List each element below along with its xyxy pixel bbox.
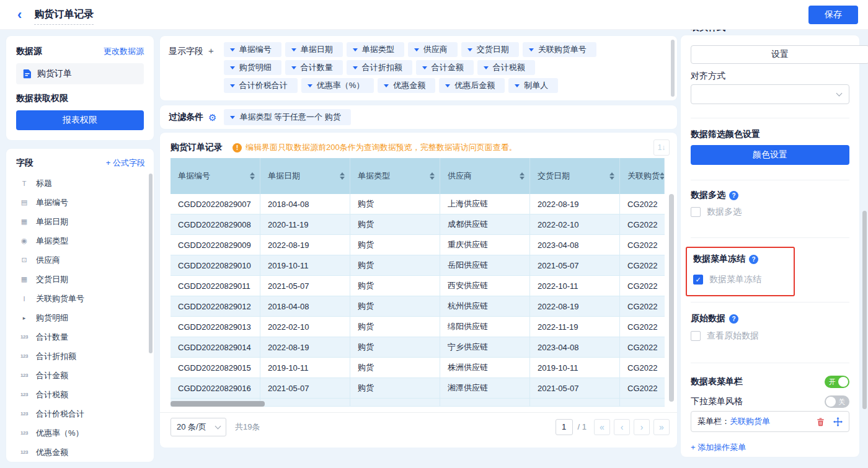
table-row[interactable]: CGDD20220829011 2021-05-07 购货 西安供应链 2022… — [170, 276, 665, 296]
page-number-input[interactable]: 1 — [556, 419, 573, 435]
display-field-tag[interactable]: 优惠金额 — [378, 78, 435, 93]
column-header[interactable]: 单据类型 — [350, 158, 440, 194]
color-settings-button[interactable]: 颜色设置 — [691, 145, 849, 165]
menu-bar-item[interactable]: 菜单栏： 关联购货单 — [691, 411, 849, 432]
display-field-tag[interactable]: 关联购货单号 — [523, 42, 596, 57]
table-row[interactable]: CGDD20220829015 2019-10-11 购货 株洲供应链 2019… — [170, 358, 665, 378]
field-list-item[interactable]: T 标题 — [16, 174, 145, 193]
save-button[interactable]: 保存 — [808, 6, 858, 24]
pagination-nav-button[interactable]: « — [594, 419, 610, 435]
column-sort-icon[interactable] — [430, 172, 435, 180]
caret-down-icon — [291, 66, 296, 69]
column-header[interactable]: 关联购货 — [620, 158, 665, 194]
display-field-tag[interactable]: 合计价税合计 — [224, 78, 298, 93]
multi-select-checkbox[interactable] — [691, 207, 701, 217]
column-sort-icon[interactable] — [520, 172, 525, 180]
page-size-select[interactable]: 20 条/页 — [170, 418, 226, 436]
move-icon[interactable] — [833, 417, 843, 426]
column-header[interactable]: 单据日期 — [260, 158, 350, 194]
help-icon[interactable]: ? — [729, 191, 738, 200]
column-sort-icon[interactable] — [609, 172, 614, 180]
display-field-tag[interactable]: 制单人 — [508, 78, 558, 93]
display-fields-scrollbar[interactable] — [671, 40, 675, 97]
help-icon[interactable]: ? — [729, 314, 738, 324]
table-horizontal-scrollbar[interactable] — [170, 401, 265, 407]
data-table: 单据编号 单据日期 单据类型 供应商 — [170, 158, 665, 407]
display-field-tag[interactable]: 交货日期 — [461, 42, 519, 57]
table-row[interactable]: CGDD20220829014 2022-08-19 购货 宁乡供应链 2023… — [170, 337, 665, 358]
column-header[interactable]: 单据编号 — [170, 158, 260, 194]
dropdown-style-toggle[interactable]: 开 关 — [825, 395, 849, 408]
table-row[interactable]: CGDD20220829007 2018-04-08 购货 上海供应链 2022… — [170, 194, 665, 214]
page-scrollbar[interactable] — [862, 211, 867, 409]
display-field-tag[interactable]: 单据编号 — [224, 42, 281, 57]
report-permission-button[interactable]: 报表权限 — [16, 110, 144, 130]
display-field-tag[interactable]: 合计金额 — [416, 60, 474, 75]
pagination-nav-button[interactable]: » — [653, 419, 670, 435]
column-sort-icon[interactable] — [340, 172, 345, 180]
cell-supplier: 杭州供应链 — [440, 296, 530, 317]
menu-freeze-checkbox[interactable] — [693, 275, 703, 285]
table-vertical-scrollbar[interactable] — [669, 194, 674, 402]
change-datasource-link[interactable]: 更改数据源 — [104, 46, 144, 57]
field-list-item[interactable]: ▤ 单据编号 — [16, 193, 145, 212]
menubar-toggle[interactable]: 开 关 — [825, 376, 849, 388]
divider — [691, 237, 849, 238]
field-list-item[interactable]: 123 合计金额 — [16, 366, 145, 385]
table-row[interactable]: CGDD20220829013 2022-02-10 购货 绵阳供应链 2022… — [170, 317, 665, 337]
datasource-item[interactable]: 购货订单 — [16, 63, 144, 84]
fields-scrollbar[interactable] — [149, 174, 153, 353]
table-row[interactable]: CGDD20220829012 2018-04-08 购货 杭州供应链 2022… — [170, 296, 665, 317]
filter-condition-tag[interactable]: 单据类型 等于任意一个 购货 — [224, 109, 350, 125]
divider — [691, 180, 849, 180]
table-row[interactable]: CGDD20220829008 2020-11-19 购货 成都供应链 2022… — [170, 214, 665, 235]
display-field-tag[interactable]: 合计折扣额 — [347, 60, 412, 75]
raw-data-checkbox[interactable] — [691, 331, 701, 341]
column-header[interactable]: 交货日期 — [530, 158, 620, 194]
table-row[interactable]: CGDD20220829010 2019-10-11 购货 岳阳供应链 2021… — [170, 255, 665, 276]
table-row[interactable]: CGDD20220829016 2021-05-07 购货 湘潭供应链 2021… — [170, 378, 665, 399]
add-display-field-icon[interactable]: + — [208, 45, 214, 56]
sort-order-tool-icon[interactable]: 1↓ — [653, 139, 670, 156]
add-action-menu-link[interactable]: + 添加操作菜单 — [691, 442, 849, 453]
menu-item-link[interactable]: 关联购货单 — [730, 416, 770, 427]
column-header[interactable]: 供应商 — [440, 158, 530, 194]
cell-order-no: CGDD20220829012 — [170, 296, 260, 317]
column-sort-icon[interactable] — [660, 172, 665, 180]
field-list-item[interactable]: 123 合计税额 — [16, 385, 145, 404]
pagination-nav-button[interactable]: ‹ — [614, 419, 630, 435]
field-list-item[interactable]: 123 优惠金额 — [16, 443, 145, 462]
pagination-nav-button[interactable]: › — [634, 419, 650, 435]
align-select[interactable] — [691, 84, 849, 104]
table-title: 购货订单记录 — [170, 142, 223, 153]
display-field-tag[interactable]: 优惠后金额 — [439, 78, 505, 93]
field-list-item[interactable]: I 关联购货单号 — [16, 289, 145, 308]
trash-icon[interactable] — [816, 417, 825, 426]
display-field-tag[interactable]: 单据类型 — [347, 42, 404, 57]
display-field-tag[interactable]: 合计数量 — [285, 60, 343, 75]
fields-card: 字段 + 公式字段 T 标题 ▤ 单据编号 ▦ 单据日期 — [6, 149, 154, 462]
header-settings-button[interactable]: 设置 — [691, 45, 868, 64]
cell-delivery-date: 2022-08-19 — [530, 296, 620, 317]
column-sort-icon[interactable] — [250, 172, 255, 180]
field-list-item[interactable]: ▦ 交货日期 — [16, 270, 145, 289]
display-field-tag[interactable]: 单据日期 — [285, 42, 343, 57]
field-list-item[interactable]: 123 合计价税合计 — [16, 404, 145, 423]
field-list-item[interactable]: ⊡ 供应商 — [16, 250, 145, 270]
field-list-item[interactable]: ◉ 单据类型 — [16, 231, 145, 250]
add-formula-field-link[interactable]: + 公式字段 — [106, 157, 145, 169]
display-field-tag[interactable]: 供应商 — [408, 42, 458, 57]
field-list-item[interactable]: 123 合计折扣额 — [16, 347, 145, 366]
field-list-item[interactable]: ▦ 单据日期 — [16, 212, 145, 231]
display-field-tag[interactable]: 合计税额 — [477, 60, 535, 75]
gear-icon[interactable]: ⚙ — [208, 113, 216, 122]
field-list-item[interactable]: 123 优惠率（%） — [16, 423, 145, 443]
field-list-item[interactable]: ▸ 购货明细 — [16, 308, 145, 327]
back-icon[interactable]: ‹ — [17, 8, 22, 22]
display-field-tag[interactable]: 优惠率（%） — [301, 78, 374, 93]
help-icon[interactable]: ? — [749, 255, 758, 264]
field-type-icon: 123 — [19, 411, 30, 417]
display-field-tag[interactable]: 购货明细 — [224, 60, 281, 75]
field-list-item[interactable]: 123 合计数量 — [16, 327, 145, 347]
table-row[interactable]: CGDD20220829009 2022-08-19 购货 重庆供应链 2023… — [170, 235, 665, 255]
